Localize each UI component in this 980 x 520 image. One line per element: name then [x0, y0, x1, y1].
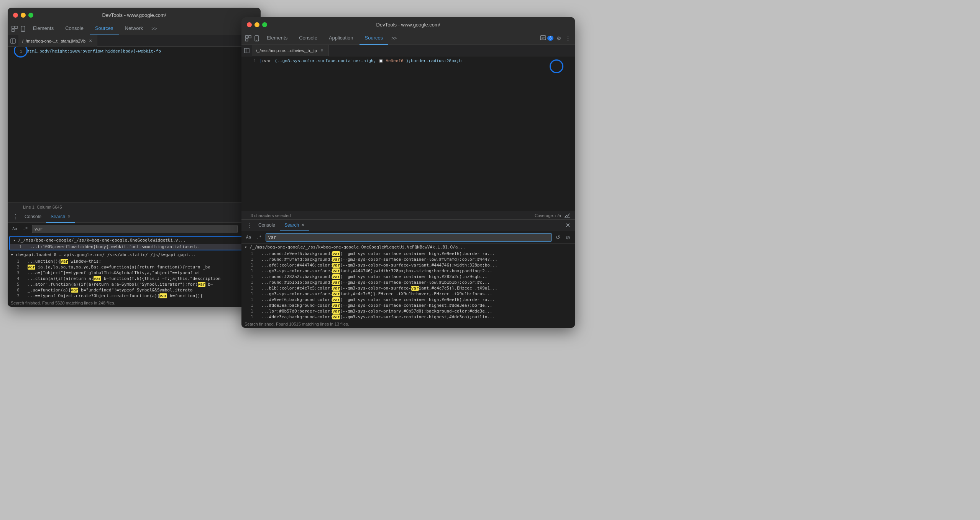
right-search-clear[interactable]: ⊘ [564, 234, 572, 241]
left-minimize-button[interactable] [21, 13, 26, 18]
right-minimize-button[interactable] [254, 22, 259, 27]
right-result-8[interactable]: 1 ...gm3-sys-color-on-surface-variant,#c… [241, 291, 575, 297]
right-chat-icon[interactable] [540, 35, 546, 41]
left-search-case-sensitive[interactable]: Aa [11, 225, 19, 232]
right-bottom-tab-console[interactable]: Console [254, 220, 280, 231]
right-tab-elements[interactable]: Elements [261, 32, 293, 45]
right-bottom-tab-search[interactable]: Search ✕ [280, 220, 309, 231]
right-result-4[interactable]: 1 ...gm3-sys-color-on-surface-variant,#4… [241, 268, 575, 274]
right-devtools-toolbar: Elements Console Application Sources >> [241, 32, 575, 45]
left-sidebar-toggle-icon[interactable] [9, 37, 17, 45]
left-code-content: html,body{height:100%;overflow:hidden}bo… [27, 49, 161, 54]
right-search-input[interactable] [266, 233, 552, 242]
right-search-status: Search finished. Found 10515 matching li… [241, 320, 575, 328]
left-search-result-line-f2-2[interactable]: 2 var ia,ja,la,sa,ta,xa,ya,Ba;.ca=functi… [8, 264, 261, 270]
right-result-6[interactable]: 1 ...round:#1b1b1b;background:var(--gm3-… [241, 280, 575, 285]
svg-rect-8 [249, 36, 251, 38]
right-result-3[interactable]: 1 ...afd);color:#444746;color:var(--gm3-… [241, 262, 575, 268]
left-code-line-1: 1 html,body{height:100%;overflow:hidden}… [8, 49, 261, 56]
left-search-result-line-f2-4[interactable]: 4 ...ction(a){if(a)return a;var b=functi… [8, 276, 261, 281]
right-status-text: 3 characters selected [251, 213, 291, 218]
right-more-tabs[interactable]: >> [389, 36, 399, 41]
right-code-line-1: 1 :var (--gm3-sys-color-surface-containe… [241, 59, 575, 66]
right-result-9[interactable]: 1 ...#e9eef6;background-color:var(--gm3-… [241, 297, 575, 303]
svg-rect-1 [15, 26, 17, 28]
left-search-file-group-1[interactable]: ▾ /_/mss/boq-one-google/_/ss/k=boq-one-g… [9, 236, 259, 250]
right-code-var-highlighted: :var [261, 59, 272, 63]
right-bottom-panel-close[interactable]: ✕ [564, 222, 572, 229]
left-search-results: ▾ /_/mss/boq-one-google/_/ss/k=boq-one-g… [8, 235, 261, 299]
left-close-button[interactable] [13, 13, 18, 18]
right-status-bar: 3 characters selected Coverage: n/a [241, 211, 575, 219]
left-file-tab[interactable]: /_/mss/boq-one-...t,_stam,jMb2Vb ✕ [18, 35, 97, 47]
right-file-tab-bar: /_/mss/boq-one-...uthview,_b,_tp ✕ [241, 45, 575, 56]
right-code-area: 1 :var (--gm3-sys-color-surface-containe… [241, 56, 575, 211]
left-search-file-group-2[interactable]: ▾ cb=gapi.loaded_0 — apis.google.com/_/s… [8, 251, 261, 299]
right-search-regex[interactable]: .* [255, 234, 263, 240]
left-bottom-tab-search[interactable]: Search ✕ [46, 211, 75, 223]
left-devtools-window: DevTools - www.google.com/ Elements [8, 8, 261, 307]
right-search-file-group-1[interactable]: ▾ /_/mss/boq-one-google/_/ss/k=boq-one-g… [241, 244, 575, 320]
right-device-icon[interactable] [253, 35, 261, 42]
right-search-refresh[interactable]: ↺ [554, 234, 562, 241]
left-search-input[interactable] [32, 225, 238, 233]
right-bottom-tab-close[interactable]: ✕ [301, 223, 304, 227]
right-search-results: ▾ /_/mss/boq-one-google/_/ss/k=boq-one-g… [241, 244, 575, 320]
right-tab-console[interactable]: Console [294, 32, 323, 45]
right-result-2[interactable]: 1 ...round:#f8fafd;background:var(--gm3-… [241, 257, 575, 262]
left-more-tabs[interactable]: >> [149, 26, 159, 31]
left-tab-elements[interactable]: Elements [28, 22, 59, 35]
right-tab-application[interactable]: Application [323, 32, 359, 45]
left-search-regex[interactable]: .* [21, 225, 29, 232]
right-tab-sources[interactable]: Sources [359, 32, 389, 45]
left-search-file-header-2[interactable]: ▾ cb=gapi.loaded_0 — apis.google.com/_/s… [8, 251, 261, 258]
right-result-7[interactable]: 1 ...b1b);color:#c4c7c5;color:var(--gm3-… [241, 285, 575, 291]
left-titlebar: DevTools - www.google.com/ [8, 8, 261, 22]
right-window-title: DevTools - www.google.com/ [376, 22, 440, 28]
left-window-title: DevTools - www.google.com/ [102, 12, 166, 18]
right-inspect-icon[interactable] [245, 35, 252, 42]
left-bottom-dots-menu[interactable]: ⋮ [11, 213, 20, 221]
svg-rect-0 [12, 26, 14, 28]
right-result-1[interactable]: 1 ...round:#e9eef6;background:var(--gm3-… [241, 251, 575, 257]
left-search-file-header-1[interactable]: ▾ /_/mss/boq-one-google/_/ss/k=boq-one-g… [10, 237, 258, 244]
left-search-result-line-f2-1[interactable]: 1 ...unction(){var window=this; [8, 258, 261, 264]
left-fullscreen-button[interactable] [28, 13, 33, 18]
svg-rect-7 [246, 36, 248, 38]
right-traffic-lights [247, 22, 267, 27]
right-result-11[interactable]: 1 ...lor:#0b57d0;border-color:var(--gm3-… [241, 308, 575, 314]
left-tab-console[interactable]: Console [60, 22, 89, 35]
right-toolbar-icons-right: 8 ⚙ ⋮ [540, 35, 572, 42]
left-search-result-line-f2-5[interactable]: 5 ...ator",function(a){if(a)return a;a=S… [8, 281, 261, 287]
right-coverage-label: Coverage: n/a [535, 213, 561, 218]
left-traffic-lights [13, 13, 33, 18]
left-file-tab-bar: /_/mss/boq-one-...t,_stam,jMb2Vb ✕ [8, 35, 261, 47]
left-file-tab-close[interactable]: ✕ [88, 38, 93, 44]
right-file-tab[interactable]: /_/mss/boq-one-...uthview,_b,_tp ✕ [252, 45, 329, 56]
left-tab-sources[interactable]: Sources [90, 22, 119, 35]
right-file-tab-close[interactable]: ✕ [319, 48, 325, 53]
left-search-result-line-f2-7[interactable]: 7 ...==typeof Object.create?Object.creat… [8, 293, 261, 299]
left-inspect-icon[interactable] [11, 25, 18, 33]
left-search-result-line-f2-6[interactable]: 6 _.ua=function(a){var b="undefined"!=ty… [8, 287, 261, 293]
left-search-result-line-1[interactable]: 1 ...t:100%;overflow:hidden}body{-webkit… [10, 244, 258, 250]
left-search-result-line-f2-3[interactable]: 3 ...a=["object"]==typeof globalThis&&gl… [8, 270, 261, 276]
right-result-5[interactable]: 1 ...round:#282a2c;background:var(--gm3-… [241, 274, 575, 280]
svg-rect-5 [11, 39, 15, 43]
right-sidebar-toggle-icon[interactable] [243, 47, 251, 54]
right-close-button[interactable] [247, 22, 252, 27]
left-bottom-tab-console[interactable]: Console [20, 211, 46, 223]
right-result-10[interactable]: 1 ...#dde3ea;background-color:var(--gm3-… [241, 303, 575, 308]
right-search-file-header-1[interactable]: ▾ /_/mss/boq-one-google/_/ss/k=boq-one-g… [241, 244, 575, 251]
right-search-case-sensitive[interactable]: Aa [245, 234, 253, 240]
right-bottom-dots-menu[interactable]: ⋮ [245, 222, 254, 229]
right-dots-icon[interactable]: ⋮ [564, 35, 572, 42]
left-file-tab-label: /_/mss/boq-one-...t,_stam,jMb2Vb [22, 39, 85, 43]
left-bottom-tab-close[interactable]: ✕ [67, 214, 71, 219]
left-tab-network[interactable]: Network [120, 22, 149, 35]
right-fullscreen-button[interactable] [262, 22, 267, 27]
left-device-icon[interactable] [19, 25, 27, 33]
right-result-12[interactable]: 1 ...#dde3ea;background-color:var(--gm3-… [241, 314, 575, 320]
right-coverage-icon[interactable] [563, 212, 571, 219]
right-gear-icon[interactable]: ⚙ [555, 35, 563, 42]
